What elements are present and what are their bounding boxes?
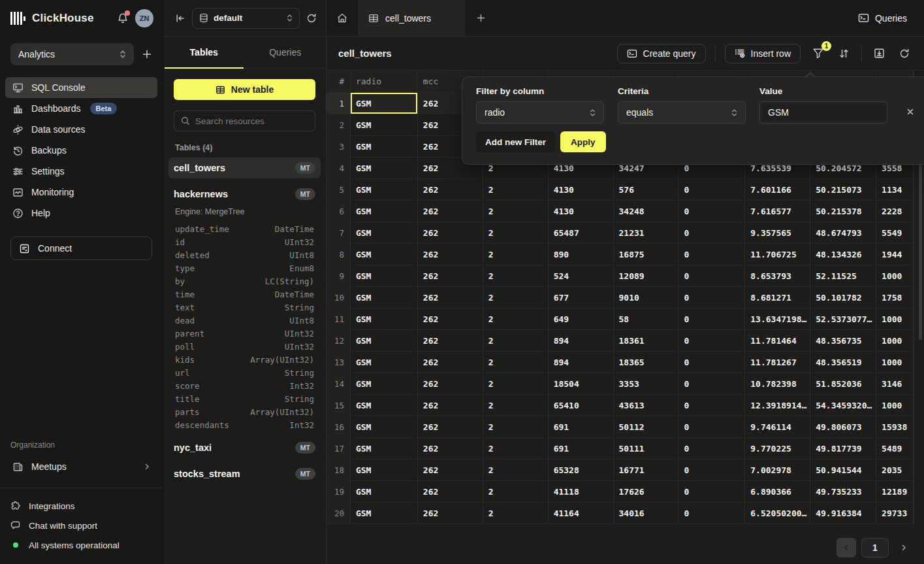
tab-queries[interactable]: Queries xyxy=(245,37,327,68)
table-cell[interactable]: 0 xyxy=(678,481,745,503)
table-cell[interactable]: 16875 xyxy=(614,244,679,265)
table-cell[interactable]: 12.3918914… xyxy=(745,395,810,416)
table-cell[interactable]: 890 xyxy=(549,244,614,265)
search-input[interactable] xyxy=(195,116,308,126)
table-cell[interactable]: 262 xyxy=(418,179,483,201)
table-cell[interactable]: 0 xyxy=(678,308,745,330)
table-cell[interactable]: GSM xyxy=(351,287,418,308)
table-cell[interactable]: 13.6347198… xyxy=(745,308,810,330)
table-cell[interactable]: 3146 xyxy=(876,373,914,395)
table-cell[interactable]: 0 xyxy=(678,503,745,524)
table-cell[interactable]: 4130 xyxy=(549,201,614,222)
table-cell[interactable]: 2 xyxy=(483,373,549,395)
table-cell[interactable]: 0 xyxy=(678,179,745,201)
table-cell[interactable]: 50112 xyxy=(614,416,679,438)
table-cell[interactable]: 48.356735 xyxy=(810,330,876,352)
previous-page-button[interactable] xyxy=(836,538,856,557)
refresh-icon[interactable] xyxy=(306,13,317,24)
table-cell[interactable]: GSM xyxy=(351,136,418,158)
table-cell[interactable]: 5489 xyxy=(876,438,914,459)
table-cell[interactable]: 1000 xyxy=(876,265,914,287)
table-cell[interactable]: 41164 xyxy=(549,503,614,524)
table-cell[interactable]: GSM xyxy=(351,179,418,201)
table-cell[interactable]: 691 xyxy=(549,438,614,459)
table-cell[interactable]: 2 xyxy=(483,352,549,373)
sidebar-item-sql-console[interactable]: SQL Console xyxy=(5,77,157,98)
table-cell[interactable]: 6.890366 xyxy=(745,481,810,503)
insert-row-button[interactable]: Insert row xyxy=(725,44,801,63)
table-cell[interactable]: 262 xyxy=(418,287,483,308)
table-cell[interactable]: 7.002978 xyxy=(745,459,810,481)
add-filter-button[interactable]: Add new Filter xyxy=(476,131,555,152)
table-cell[interactable]: GSM xyxy=(351,395,418,416)
table-cell[interactable]: 1134 xyxy=(876,179,914,201)
table-cell[interactable]: GSM xyxy=(351,201,418,222)
table-cell[interactable]: 43613 xyxy=(614,395,679,416)
create-query-button[interactable]: Create query xyxy=(617,44,706,63)
table-cell[interactable]: 2 xyxy=(483,395,549,416)
table-cell[interactable]: 691 xyxy=(549,416,614,438)
table-cell[interactable]: 8.653793 xyxy=(745,265,810,287)
table-cell[interactable]: 52.11525 xyxy=(810,265,876,287)
table-cell[interactable]: 65410 xyxy=(549,395,614,416)
table-cell[interactable]: 2 xyxy=(483,308,549,330)
table-cell[interactable]: 3353 xyxy=(614,373,679,395)
home-button[interactable] xyxy=(327,0,358,36)
table-cell[interactable]: 6.52050200… xyxy=(745,503,810,524)
table-cell[interactable]: 52.5373077… xyxy=(810,308,876,330)
table-cell[interactable]: 2 xyxy=(483,459,549,481)
table-cell[interactable]: 262 xyxy=(418,459,483,481)
table-cell[interactable]: 49.916384 xyxy=(810,503,876,524)
table-cell[interactable]: 677 xyxy=(549,287,614,308)
table-cell[interactable]: GSM xyxy=(351,503,418,524)
apply-filter-button[interactable]: Apply xyxy=(560,131,606,152)
table-cell[interactable]: 5549 xyxy=(876,222,914,244)
table-cell[interactable]: 2228 xyxy=(876,201,914,222)
tab-cell-towers[interactable]: cell_towers xyxy=(358,0,465,36)
table-cell[interactable]: 29733 xyxy=(876,503,914,524)
table-cell[interactable]: 2 xyxy=(483,287,549,308)
avatar[interactable]: ZN xyxy=(135,9,153,27)
add-workspace-button[interactable] xyxy=(142,49,152,59)
table-cell[interactable]: GSM xyxy=(351,222,418,244)
table-cell[interactable]: 2 xyxy=(483,179,549,201)
table-cell[interactable]: 0 xyxy=(678,201,745,222)
table-cell[interactable]: 18361 xyxy=(614,330,679,352)
table-cell[interactable]: 0 xyxy=(678,222,745,244)
table-cell[interactable]: 58 xyxy=(614,308,679,330)
sidebar-item-integrations[interactable]: Integrations xyxy=(10,496,152,516)
table-cell[interactable]: 12189 xyxy=(876,481,914,503)
table-cell[interactable]: 18365 xyxy=(614,352,679,373)
table-cell[interactable]: 2 xyxy=(483,222,549,244)
table-cell[interactable]: 65487 xyxy=(549,222,614,244)
table-cell[interactable]: 65328 xyxy=(549,459,614,481)
table-cell[interactable]: 9.357565 xyxy=(745,222,810,244)
table-cell[interactable]: 49.817739 xyxy=(810,438,876,459)
table-cell[interactable]: 2 xyxy=(483,244,549,265)
table-cell[interactable]: GSM xyxy=(351,416,418,438)
table-cell[interactable]: 1944 xyxy=(876,244,914,265)
table-cell[interactable]: GSM xyxy=(351,352,418,373)
table-cell[interactable]: 49.806073 xyxy=(810,416,876,438)
table-cell[interactable]: 0 xyxy=(678,244,745,265)
notifications-bell-icon[interactable] xyxy=(117,12,129,24)
table-cell[interactable]: 48.134326 xyxy=(810,244,876,265)
table-cell[interactable]: GSM xyxy=(351,93,418,114)
table-cell[interactable]: GSM xyxy=(351,481,418,503)
sidebar-item-backups[interactable]: Backups xyxy=(5,140,157,161)
table-cell[interactable]: 262 xyxy=(418,244,483,265)
table-cell[interactable]: 16771 xyxy=(614,459,679,481)
table-cell[interactable]: 0 xyxy=(678,373,745,395)
table-cell[interactable]: GSM xyxy=(351,459,418,481)
table-cell[interactable]: 0 xyxy=(678,352,745,373)
table-cell[interactable]: 11.781464 xyxy=(745,330,810,352)
table-item-nyc-taxi[interactable]: nyc_taxi MT xyxy=(168,437,321,458)
table-cell[interactable]: 50.101782 xyxy=(810,287,876,308)
table-cell[interactable]: 1000 xyxy=(876,308,914,330)
table-cell[interactable]: 54.3459320… xyxy=(810,395,876,416)
table-cell[interactable]: 262 xyxy=(418,481,483,503)
table-cell[interactable]: 50.215073 xyxy=(810,179,876,201)
table-cell[interactable]: 0 xyxy=(678,416,745,438)
new-tab-button[interactable] xyxy=(465,0,496,36)
system-status[interactable]: All systems operational xyxy=(10,535,152,555)
